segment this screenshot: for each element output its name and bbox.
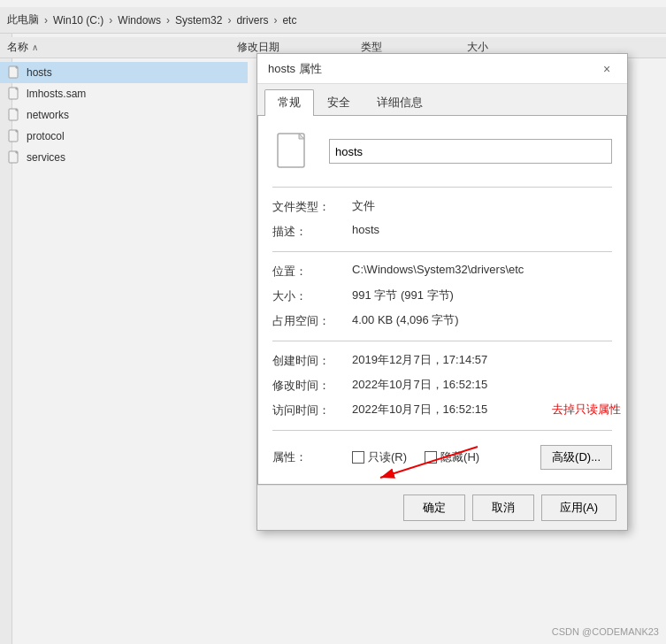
prop-row-filetype: 文件类型： 文件 [272,198,612,216]
cancel-button[interactable]: 取消 [472,494,534,521]
prop-label-disksize: 占用空间： [272,312,352,329]
apply-button[interactable]: 应用(A) [541,494,616,521]
attr-section: 属性： 只读(R) 隐藏(H) 高级(D)... [272,445,612,470]
prop-value-location: C:\Windows\System32\drivers\etc [352,263,612,276]
prop-row-location: 位置： C:\Windows\System32\drivers\etc [272,263,612,280]
attr-checkboxes: 只读(R) 隐藏(H) 高级(D)... [352,445,612,470]
prop-value-modified: 2022年10月7日，16:52:15 [352,377,612,393]
prop-value-filetype: 文件 [352,198,612,214]
annotation-text: 去掉只读属性 [552,402,621,418]
prop-label-filetype: 文件类型： [272,198,352,215]
prop-row-size: 大小： 991 字节 (991 字节) [272,288,612,305]
readonly-checkbox-item[interactable]: 只读(R) [352,449,407,465]
readonly-checkbox[interactable] [352,451,364,464]
prop-value-created: 2019年12月7日，17:14:57 [352,352,612,368]
dialog-footer: 确定 取消 应用(A) [257,485,627,530]
tab-security[interactable]: 安全 [314,89,364,115]
prop-label-description: 描述： [272,223,352,240]
file-name-input[interactable] [329,139,612,164]
divider-3 [272,341,612,341]
prop-row-modified: 修改时间： 2022年10月7日，16:52:15 [272,377,612,395]
prop-row-accessed: 访问时间： 2022年10月7日，16:52:15 去掉只读属性 [272,402,612,419]
prop-row-disksize: 占用空间： 4.00 KB (4,096 字节) [272,312,612,330]
prop-label-accessed: 访问时间： [272,402,352,418]
dialog-tabs: 常规 安全 详细信息 [257,84,627,116]
tab-details[interactable]: 详细信息 [364,89,436,115]
large-file-icon [272,130,315,172]
divider-4 [272,430,612,431]
prop-label-location: 位置： [272,263,352,280]
dialog-titlebar: hosts 属性 × [257,54,627,84]
properties-dialog: hosts 属性 × 常规 安全 详细信息 文件类型： 文件 描述： hosts [256,53,628,531]
hidden-checkbox[interactable] [425,451,437,464]
prop-row-created: 创建时间： 2019年12月7日，17:14:57 [272,352,612,370]
advanced-button[interactable]: 高级(D)... [540,445,612,470]
hidden-checkbox-item[interactable]: 隐藏(H) [425,449,479,465]
hidden-label: 隐藏(H) [440,449,479,465]
readonly-label: 只读(R) [368,449,407,465]
prop-row-description: 描述： hosts [272,223,612,241]
dialog-title: hosts 属性 [268,61,322,77]
attr-label: 属性： [272,449,352,465]
prop-value-description: hosts [352,223,612,236]
file-header [272,130,612,172]
prop-label-created: 创建时间： [272,352,352,369]
prop-value-size: 991 字节 (991 字节) [352,288,612,303]
tab-general[interactable]: 常规 [264,89,314,116]
prop-label-size: 大小： [272,288,352,304]
divider-1 [272,187,612,188]
prop-value-disksize: 4.00 KB (4,096 字节) [352,312,612,328]
divider-2 [272,251,612,252]
watermark: CSDN @CODEMANK23 [552,626,659,637]
dialog-content: 文件类型： 文件 描述： hosts 位置： C:\Windows\System… [257,116,627,485]
ok-button[interactable]: 确定 [403,494,465,521]
dialog-close-button[interactable]: × [597,59,616,79]
prop-label-modified: 修改时间： [272,377,352,394]
